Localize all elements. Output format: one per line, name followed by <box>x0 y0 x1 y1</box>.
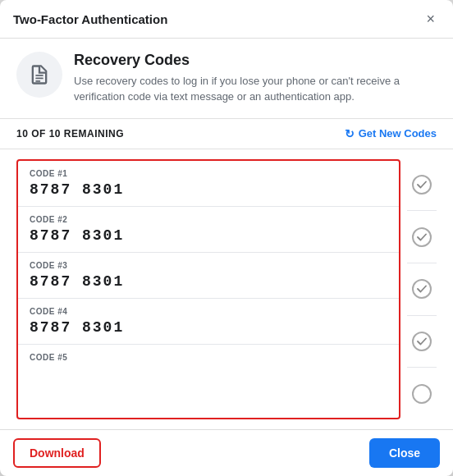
remaining-bar: 10 OF 10 REMAINING ↻ Get New Codes <box>0 118 453 149</box>
info-section: Recovery Codes Use recovery codes to log… <box>0 39 453 118</box>
codes-area: CODE #18787 8301CODE #28787 8301CODE #38… <box>0 149 453 429</box>
code-value: 8787 8301 <box>30 181 387 198</box>
info-heading: Recovery Codes <box>74 52 437 69</box>
code-item: CODE #48787 8301 <box>18 299 399 345</box>
code-label: CODE #2 <box>30 215 387 224</box>
svg-rect-1 <box>35 78 43 80</box>
check-circle-icon <box>412 279 432 299</box>
code-label: CODE #5 <box>30 353 387 362</box>
refresh-icon: ↻ <box>345 127 355 140</box>
code-value: 8787 8301 <box>30 273 387 290</box>
code-label: CODE #4 <box>30 307 387 316</box>
code-item: CODE #28787 8301 <box>18 207 399 253</box>
info-text: Recovery Codes Use recovery codes to log… <box>74 52 437 105</box>
modal-header: Two-Factor Authentication × <box>0 0 453 39</box>
code-value: 8787 8301 <box>30 319 387 336</box>
code-item: CODE #38787 8301 <box>18 253 399 299</box>
document-icon <box>28 63 51 86</box>
codes-list[interactable]: CODE #18787 8301CODE #28787 8301CODE #38… <box>16 159 400 419</box>
recovery-codes-icon <box>16 52 62 98</box>
check-item <box>407 368 437 419</box>
get-new-codes-button[interactable]: ↻ Get New Codes <box>345 127 437 140</box>
modal-body: Recovery Codes Use recovery codes to log… <box>0 39 453 429</box>
info-description: Use recovery codes to log in if you lose… <box>74 74 437 105</box>
code-item: CODE #18787 8301 <box>18 161 399 207</box>
code-item: CODE #5 <box>18 345 399 373</box>
check-item <box>407 316 437 368</box>
check-circle-icon <box>412 175 432 195</box>
modal-title: Two-Factor Authentication <box>13 12 167 26</box>
check-circle-icon <box>412 227 432 247</box>
check-item <box>407 159 437 212</box>
code-label: CODE #3 <box>30 261 387 270</box>
close-footer-button[interactable]: Close <box>369 438 440 468</box>
code-value: 8787 8301 <box>30 227 387 244</box>
svg-rect-2 <box>35 80 40 82</box>
check-item <box>407 211 437 263</box>
get-new-codes-label: Get New Codes <box>359 127 437 140</box>
close-icon-button[interactable]: × <box>421 10 440 28</box>
check-circle-icon <box>412 332 432 351</box>
check-item <box>407 263 437 316</box>
remaining-text: 10 OF 10 REMAINING <box>16 128 124 140</box>
download-button[interactable]: Download <box>13 438 101 468</box>
modal-footer: Download Close <box>0 429 453 476</box>
svg-rect-0 <box>35 75 43 76</box>
check-column <box>407 159 437 419</box>
check-circle-icon <box>412 384 432 404</box>
two-factor-modal: Two-Factor Authentication × Recovery Cod… <box>0 0 453 476</box>
code-label: CODE #1 <box>30 169 387 178</box>
